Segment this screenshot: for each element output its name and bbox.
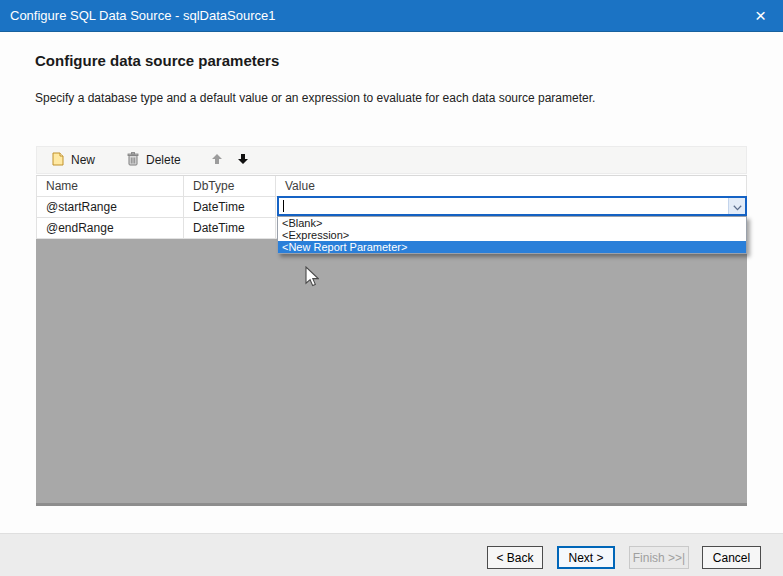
value-combobox[interactable] xyxy=(277,196,747,216)
titlebar[interactable]: Configure SQL Data Source - sqlDataSourc… xyxy=(0,0,783,32)
finish-button: Finish >>| xyxy=(629,546,689,569)
cell-dbtype[interactable]: DateTime xyxy=(184,218,276,238)
dropdown-item-expression[interactable]: <Expression> xyxy=(278,229,746,241)
page-description: Specify a database type and a default va… xyxy=(35,91,595,105)
window-title: Configure SQL Data Source - sqlDataSourc… xyxy=(0,8,275,23)
delete-button-label: Delete xyxy=(146,153,181,167)
column-header-dbtype[interactable]: DbType xyxy=(184,176,276,196)
wizard-content: Configure data source parameters Specify… xyxy=(0,32,783,533)
arrow-down-icon xyxy=(237,153,249,168)
move-down-button[interactable] xyxy=(230,150,256,171)
text-caret xyxy=(283,200,284,212)
new-document-icon xyxy=(52,152,64,169)
next-button[interactable]: Next > xyxy=(557,546,615,569)
delete-button[interactable]: Delete xyxy=(118,149,190,172)
cell-name[interactable]: @endRange xyxy=(36,218,184,238)
new-button-label: New xyxy=(71,153,95,167)
configure-sql-data-source-dialog: Configure SQL Data Source - sqlDataSourc… xyxy=(0,0,783,576)
cancel-button[interactable]: Cancel xyxy=(702,546,761,569)
dropdown-item-new-report-parameter[interactable]: <New Report Parameter> xyxy=(278,241,746,253)
grid-header-row: Name DbType Value xyxy=(36,176,747,197)
trash-icon xyxy=(127,152,139,169)
close-icon[interactable]: × xyxy=(738,0,783,31)
column-header-name[interactable]: Name xyxy=(36,176,184,196)
new-button[interactable]: New xyxy=(43,149,104,172)
cell-name[interactable]: @startRange xyxy=(36,197,184,217)
wizard-footer: < Back Next > Finish >>| Cancel xyxy=(0,533,783,576)
move-up-button[interactable] xyxy=(204,150,230,171)
page-title: Configure data source parameters xyxy=(35,52,279,69)
dropdown-item-blank[interactable]: <Blank> xyxy=(278,217,746,229)
column-header-value[interactable]: Value xyxy=(276,176,747,196)
parameters-toolbar: New Delete xyxy=(36,146,747,174)
back-button[interactable]: < Back xyxy=(487,546,543,569)
panel-empty-area xyxy=(36,239,747,506)
value-combobox-editor[interactable] xyxy=(279,198,728,214)
value-dropdown-list: <Blank> <Expression> <New Report Paramet… xyxy=(277,216,747,254)
arrow-up-icon xyxy=(211,153,223,168)
combobox-drop-button[interactable] xyxy=(728,198,745,214)
cell-dbtype[interactable]: DateTime xyxy=(184,197,276,217)
chevron-down-icon xyxy=(733,197,742,215)
